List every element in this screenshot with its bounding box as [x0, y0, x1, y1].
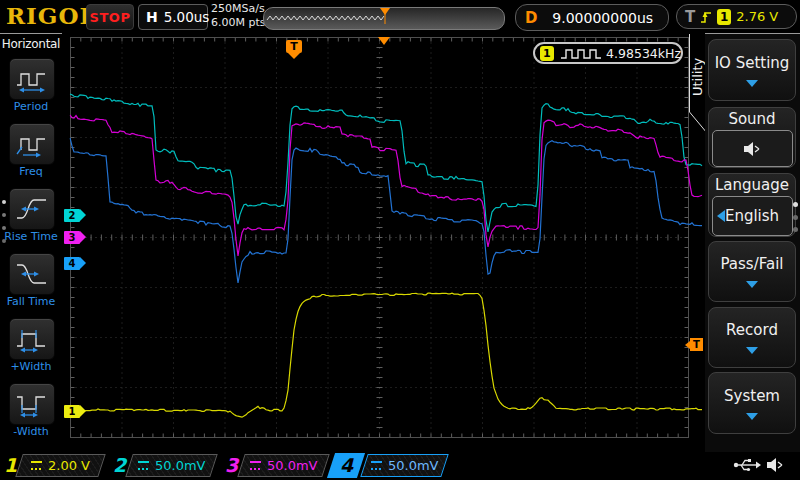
channel-1-scale: 2.00 V: [48, 458, 90, 473]
rigol-logo: RIGOL: [6, 2, 97, 29]
channel-3-scale-box: 50.0mV: [237, 454, 329, 477]
channel-status-bar: 1 2.00 V 2 50.0mV 3 50.0mV 4: [0, 452, 800, 480]
fall-time-icon: [14, 260, 50, 288]
memory-waveform-preview: [264, 8, 502, 27]
measure-period-label: Period: [0, 100, 62, 113]
menu-pass-fail-button[interactable]: Pass/Fail: [708, 241, 796, 302]
menu-sound-button[interactable]: Sound: [708, 107, 796, 168]
sample-rate: 250MSa/s: [211, 2, 266, 16]
channel-3-number: 3: [225, 454, 238, 476]
chevron-down-icon: [746, 80, 758, 87]
sound-toggle[interactable]: [712, 130, 793, 167]
measure-rise-time-button[interactable]: [9, 188, 55, 230]
rise-time-icon: [14, 195, 50, 223]
measure-pos-width-label: +Width: [0, 360, 62, 373]
chevron-down-icon: [746, 347, 758, 354]
delay-value: 9.00000000us: [537, 10, 668, 26]
panel-title: Horizontal: [0, 37, 62, 51]
run-stop-status[interactable]: STOP: [86, 4, 134, 30]
beeper-icon: [765, 456, 785, 474]
dc-coupling-icon: [250, 461, 261, 470]
trigger-readout[interactable]: T 1 2.76 V: [676, 4, 797, 29]
measure-neg-width-label: -Width: [0, 425, 62, 438]
oscilloscope-screen: RIGOL STOP H 5.00us 250MSa/s 6.00M pts D…: [0, 0, 800, 480]
measure-fall-time-label: Fall Time: [0, 295, 62, 308]
channel-1-ground-marker[interactable]: 1: [64, 405, 80, 418]
sound-label: Sound: [728, 110, 775, 128]
channel-3-ground-marker[interactable]: 3: [64, 231, 80, 244]
speaker-icon: [741, 140, 763, 158]
utility-menu-tab: Utility: [688, 33, 706, 133]
utility-menu-panel: IO Setting Sound Language English Pass/F…: [705, 33, 800, 452]
delay-readout[interactable]: D 9.00000000us: [515, 4, 669, 31]
io-setting-label: IO Setting: [715, 54, 790, 72]
waveform-display: [0, 0, 800, 480]
horizontal-timebase-readout[interactable]: H 5.00us: [138, 4, 208, 30]
screen-center-marker-icon: [378, 37, 390, 45]
system-label: System: [724, 387, 780, 405]
pass-fail-label: Pass/Fail: [720, 255, 783, 273]
trigger-level-value: 2.76 V: [736, 9, 778, 24]
menu-system-button[interactable]: System: [708, 372, 796, 434]
menu-record-button[interactable]: Record: [708, 307, 796, 368]
channel-2-number: 2: [113, 454, 126, 476]
chevron-left-icon: [717, 210, 725, 222]
channel-4-scale: 50.0mV: [388, 458, 439, 473]
counter-source-badge: 1: [540, 46, 554, 61]
period-icon: [14, 65, 50, 93]
measure-slot-dot: [2, 226, 6, 230]
measure-slot-dot: [2, 213, 6, 217]
channel-3-scale: 50.0mV: [267, 458, 318, 473]
language-select[interactable]: English: [712, 196, 793, 236]
language-label: Language: [715, 176, 789, 194]
d-label: D: [525, 9, 537, 27]
timebase-value: 5.00us: [164, 9, 210, 25]
measure-fall-time-button[interactable]: [9, 253, 55, 295]
chevron-down-icon: [746, 413, 758, 420]
menu-page-dot: [793, 227, 798, 232]
acquisition-info: 250MSa/s 6.00M pts: [211, 2, 266, 30]
measure-neg-width-button[interactable]: [9, 383, 55, 425]
usb-icon: [733, 457, 761, 473]
measure-slot-dot: [2, 200, 6, 204]
channel-2-scale-box: 50.0mV: [125, 454, 217, 477]
trigger-source-badge: 1: [717, 9, 731, 25]
frequency-counter: 1 4.98534kHz: [533, 42, 683, 64]
counter-frequency-value: 4.98534kHz: [606, 46, 681, 61]
channel-1-number: 1: [4, 454, 17, 476]
h-label: H: [146, 9, 158, 25]
channel-1-scale-box: 2.00 V: [15, 454, 105, 477]
channel-2-scale: 50.0mV: [155, 458, 206, 473]
measure-freq-label: Freq: [0, 165, 62, 178]
rising-edge-icon: [700, 9, 712, 25]
channel-4-scale-box: 50.0mV: [360, 454, 448, 477]
memory-position-strip: [263, 7, 505, 30]
menu-page-dot: [793, 202, 798, 207]
utility-tab-label: Utility: [690, 41, 705, 113]
minus-width-icon: [14, 390, 50, 418]
t-label: T: [685, 8, 695, 26]
language-value: English: [725, 207, 779, 225]
chevron-down-icon: [746, 281, 758, 288]
dc-coupling-icon: [31, 461, 42, 470]
horizontal-measure-panel: Horizontal Period Freq: [0, 33, 62, 452]
freq-icon: [14, 130, 50, 158]
square-wave-icon: [559, 47, 601, 60]
measure-period-button[interactable]: [9, 58, 55, 100]
memory-depth: 6.00M pts: [211, 16, 266, 30]
plus-width-icon: [14, 325, 50, 353]
menu-io-setting-button[interactable]: IO Setting: [708, 39, 796, 101]
channel-4-ground-marker[interactable]: 4: [64, 257, 80, 270]
measure-slot-dot: [2, 239, 6, 243]
channel-2-ground-marker[interactable]: 2: [64, 209, 80, 222]
dc-coupling-icon: [371, 461, 382, 470]
record-label: Record: [726, 321, 778, 339]
menu-page-dot: [793, 215, 798, 220]
dc-coupling-icon: [138, 461, 149, 470]
measure-freq-button[interactable]: [9, 123, 55, 165]
measure-pos-width-button[interactable]: [9, 318, 55, 360]
trigger-position-flag[interactable]: T: [286, 40, 302, 53]
channel-4-number: 4: [340, 454, 353, 476]
menu-language-button[interactable]: Language English: [708, 173, 796, 237]
trigger-level-marker[interactable]: T: [690, 338, 703, 351]
